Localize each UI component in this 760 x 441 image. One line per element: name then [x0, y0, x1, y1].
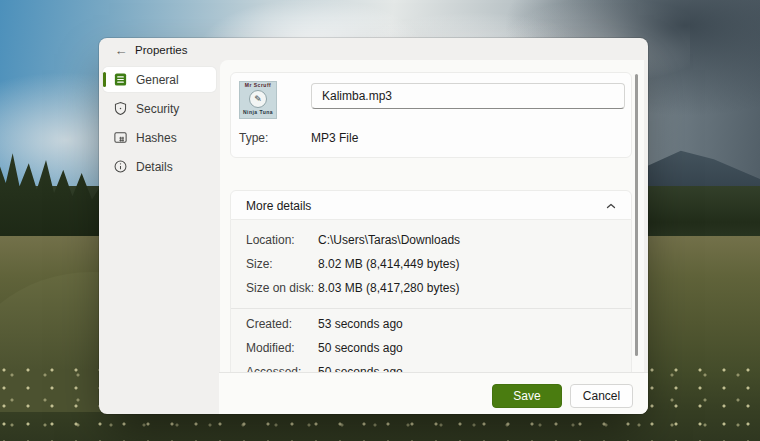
info-icon	[113, 159, 128, 174]
size-row: Size: 8.02 MB (8,414,449 bytes)	[246, 257, 621, 271]
dialog-footer: Save Cancel	[219, 372, 648, 414]
sidebar-item-general[interactable]: General	[103, 67, 216, 92]
modified-value: 50 seconds ago	[318, 341, 403, 355]
size-on-disk-row: Size on disk: 8.03 MB (8,417,280 bytes)	[246, 281, 621, 295]
size-on-disk-value: 8.03 MB (8,417,280 bytes)	[318, 281, 459, 295]
more-details-body: Location: C:\Users\Taras\Downloads Size:…	[230, 220, 632, 387]
album-art-top-text: Mr Scruff	[240, 82, 276, 89]
sidebar-item-hashes[interactable]: Hashes	[103, 125, 216, 150]
sidebar-item-label: Security	[136, 102, 179, 116]
properties-dialog: ← Properties General Security Hashes	[99, 38, 648, 414]
created-row: Created: 53 seconds ago	[246, 317, 621, 331]
type-label: Type:	[239, 131, 311, 145]
more-details-expander[interactable]: More details	[230, 190, 632, 220]
dialog-header: ← Properties	[99, 38, 648, 62]
pencil-icon: ✎	[249, 90, 267, 108]
save-button[interactable]: Save	[492, 384, 562, 408]
sidebar-item-details[interactable]: Details	[103, 154, 216, 179]
more-details-label: More details	[246, 199, 311, 213]
sidebar-item-label: Hashes	[136, 131, 177, 145]
created-label: Created:	[246, 317, 318, 331]
file-info-card: Mr Scruff ✎ Ninja Tuna Type: MP3 File	[230, 72, 632, 158]
sidebar: General Security Hashes Details	[99, 62, 219, 414]
content-panel: Mr Scruff ✎ Ninja Tuna Type: MP3 File Mo…	[220, 60, 644, 372]
dialog-title: Properties	[135, 44, 187, 56]
location-value: C:\Users\Taras\Downloads	[318, 233, 460, 247]
shield-icon	[113, 101, 128, 116]
filename-input[interactable]	[311, 83, 625, 109]
size-value: 8.02 MB (8,414,449 bytes)	[318, 257, 459, 271]
sidebar-item-label: General	[136, 73, 179, 87]
size-label: Size:	[246, 257, 318, 271]
type-value: MP3 File	[311, 131, 358, 145]
location-row: Location: C:\Users\Taras\Downloads	[246, 233, 621, 247]
chevron-up-icon[interactable]	[605, 200, 617, 212]
location-label: Location:	[246, 233, 318, 247]
sidebar-item-security[interactable]: Security	[103, 96, 216, 121]
modified-row: Modified: 50 seconds ago	[246, 341, 621, 355]
modified-label: Modified:	[246, 341, 318, 355]
hashes-grid-icon	[113, 130, 128, 145]
desktop: ← Properties General Security Hashes	[0, 0, 760, 441]
back-button[interactable]: ←	[111, 43, 131, 59]
sidebar-item-label: Details	[136, 160, 173, 174]
album-art-bottom-text: Ninja Tuna	[240, 109, 276, 116]
album-art-thumbnail: Mr Scruff ✎ Ninja Tuna	[239, 81, 277, 119]
type-row: Type: MP3 File	[239, 131, 623, 145]
content-scrollbar[interactable]	[635, 74, 638, 356]
created-value: 53 seconds ago	[318, 317, 403, 331]
size-on-disk-label: Size on disk:	[246, 281, 318, 295]
general-spreadsheet-icon	[113, 72, 128, 87]
section-divider	[231, 308, 631, 309]
cancel-button[interactable]: Cancel	[570, 384, 633, 408]
